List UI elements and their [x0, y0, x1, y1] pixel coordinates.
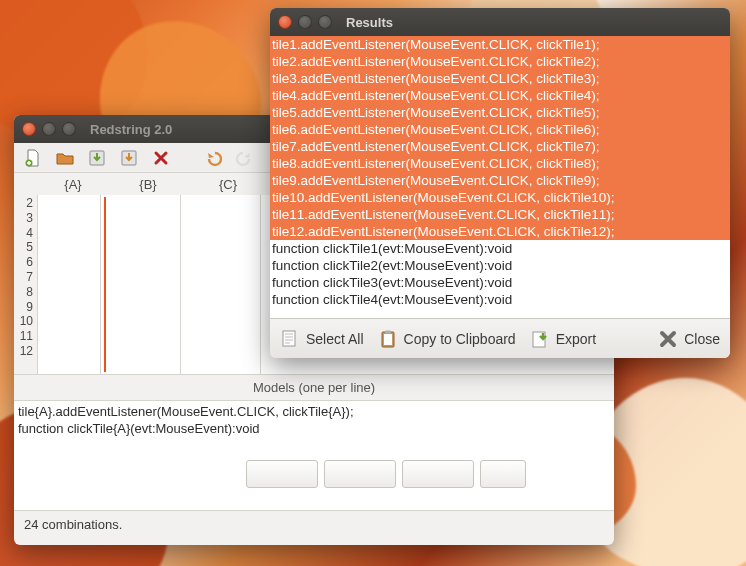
results-toolbar: Select All Copy to Clipboard Export Clos… — [270, 318, 730, 358]
export-label: Export — [556, 331, 596, 347]
column-a-header[interactable]: {A} — [38, 177, 108, 192]
redstring-title: Redstring 2.0 — [90, 122, 172, 137]
sheet-tab[interactable] — [480, 460, 526, 488]
sheet-tab[interactable] — [402, 460, 474, 488]
new-file-icon[interactable] — [24, 149, 42, 167]
models-textarea[interactable]: tile{A}.addEventListener(MouseEvent.CLIC… — [14, 400, 614, 510]
close-button[interactable]: Close — [658, 329, 720, 349]
window-minimize-icon[interactable] — [42, 122, 56, 136]
copy-button[interactable]: Copy to Clipboard — [378, 329, 516, 349]
status-bar: 24 combinations. — [14, 510, 614, 538]
sheet-tab[interactable] — [324, 460, 396, 488]
export-icon — [530, 329, 550, 349]
svg-rect-7 — [384, 334, 392, 345]
results-window: Results tile1.addEventListener(MouseEven… — [270, 8, 730, 358]
svg-rect-5 — [283, 331, 295, 346]
select-all-button[interactable]: Select All — [280, 329, 364, 349]
clipboard-icon — [378, 329, 398, 349]
sheet-tab[interactable] — [246, 460, 318, 488]
results-titlebar[interactable]: Results — [270, 8, 730, 36]
window-maximize-icon[interactable] — [318, 15, 332, 29]
redo-icon[interactable] — [236, 149, 254, 167]
column-b-header[interactable]: {B} — [108, 177, 188, 192]
delete-icon[interactable] — [152, 149, 170, 167]
close-x-icon — [658, 329, 678, 349]
column-c-header[interactable]: {C} — [188, 177, 268, 192]
select-all-label: Select All — [306, 331, 364, 347]
export-button[interactable]: Export — [530, 329, 596, 349]
results-title: Results — [346, 15, 393, 30]
window-minimize-icon[interactable] — [298, 15, 312, 29]
line-number-gutter: 23456789101112 — [14, 195, 38, 374]
save-icon[interactable] — [88, 149, 106, 167]
text-cursor — [104, 197, 106, 372]
results-text[interactable]: tile1.addEventListener(MouseEvent.CLICK,… — [270, 36, 730, 318]
select-all-icon — [280, 329, 300, 349]
window-close-icon[interactable] — [22, 122, 36, 136]
window-maximize-icon[interactable] — [62, 122, 76, 136]
close-label: Close — [684, 331, 720, 347]
save-as-icon[interactable] — [120, 149, 138, 167]
models-label: Models (one per line) — [14, 375, 614, 400]
svg-rect-8 — [385, 330, 391, 333]
open-file-icon[interactable] — [56, 149, 74, 167]
sheet-tabs — [246, 460, 526, 488]
undo-icon[interactable] — [204, 149, 222, 167]
copy-label: Copy to Clipboard — [404, 331, 516, 347]
window-close-icon[interactable] — [278, 15, 292, 29]
